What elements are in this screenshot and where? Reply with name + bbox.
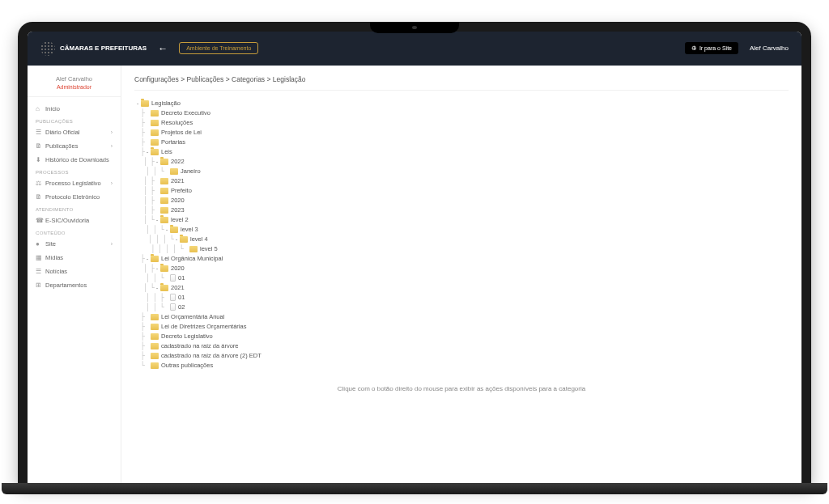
tree-node[interactable]: ├ Resoluções bbox=[134, 118, 789, 128]
tree-node-label[interactable]: Janeiro bbox=[181, 167, 201, 175]
tree-node[interactable]: │ └ -level 2 bbox=[134, 215, 789, 225]
sidebar-item-icon: 🗎 bbox=[36, 193, 42, 201]
sidebar-item[interactable]: ⚖Processo Legislativo› bbox=[28, 176, 121, 190]
tree-node[interactable]: │ │ │ │ └ level 5 bbox=[134, 244, 789, 254]
tree-node[interactable]: ├ Lei Orçamentária Anual bbox=[134, 312, 789, 322]
tree-node-label[interactable]: Lei de Diretrizes Orçamentárias bbox=[161, 323, 246, 330]
folder-icon bbox=[189, 246, 198, 252]
collapse-icon[interactable]: - bbox=[154, 216, 160, 223]
tree-node-label[interactable]: level 5 bbox=[200, 245, 218, 252]
tree-node-label[interactable]: 2020 bbox=[171, 197, 185, 204]
tree-node[interactable]: └ Outras publicações bbox=[134, 361, 789, 371]
help-text: Clique com o botão direito do mouse para… bbox=[134, 382, 789, 396]
folder-icon bbox=[151, 343, 159, 349]
tree-node-label[interactable]: 02 bbox=[178, 303, 185, 311]
tree-node-label[interactable]: Leis bbox=[161, 148, 172, 155]
folder-icon bbox=[151, 120, 159, 126]
tree-node-label[interactable]: 01 bbox=[178, 294, 185, 301]
tree-node[interactable]: ├ cadastrado na raiz da árvore bbox=[134, 341, 789, 351]
sidebar-item[interactable]: ☎E-SIC/Ouvidoria bbox=[28, 214, 121, 227]
tree-node-label[interactable]: 2023 bbox=[171, 206, 185, 214]
tree-node[interactable]: ├ cadastrado na raiz da árvore (2) EDT bbox=[134, 351, 789, 361]
tree-node[interactable]: │ │ └ 02 bbox=[134, 303, 789, 312]
sidebar-item[interactable]: ☰Diário Oficial› bbox=[28, 125, 121, 139]
sidebar-item[interactable]: 🗎Protocolo Eletrônico bbox=[28, 190, 121, 204]
tree-node[interactable]: │ │ ├ 01 bbox=[134, 293, 789, 303]
tree-node[interactable]: │ ├ Prefeito bbox=[134, 186, 789, 196]
sidebar-item[interactable]: 🗎Publicações› bbox=[28, 139, 121, 153]
tree-node-label[interactable]: Legislação bbox=[151, 100, 181, 107]
tree-node-label[interactable]: level 3 bbox=[181, 226, 198, 233]
tree-node-label[interactable]: Decreto Executivo bbox=[161, 109, 210, 116]
tree-node-label[interactable]: Projetos de Lei bbox=[161, 129, 202, 136]
page-icon bbox=[170, 274, 176, 282]
tree-node-label[interactable]: 2020 bbox=[171, 265, 185, 272]
tree-node[interactable]: │ │ └ 01 bbox=[134, 273, 789, 283]
sidebar-item[interactable]: ▦Mídias bbox=[28, 251, 121, 265]
tree-node[interactable]: ├ Lei de Diretrizes Orçamentárias bbox=[134, 322, 789, 332]
back-button[interactable]: ← bbox=[158, 43, 168, 54]
tree-node[interactable]: │ │ │ └ -level 4 bbox=[134, 235, 789, 244]
tree-node[interactable]: ├ -Lei Orgânica Municipal bbox=[134, 254, 789, 264]
tree-node[interactable]: │ └ -2021 bbox=[134, 283, 789, 293]
sidebar-item-icon: ● bbox=[36, 240, 42, 248]
tree-node-label[interactable]: 2021 bbox=[171, 284, 185, 291]
folder-icon bbox=[160, 265, 168, 272]
folder-icon bbox=[160, 285, 168, 291]
tree-node-label[interactable]: Portarias bbox=[161, 138, 185, 146]
sidebar-item[interactable]: ●Site› bbox=[28, 237, 121, 251]
collapse-icon[interactable]: - bbox=[173, 235, 180, 243]
collapse-icon[interactable]: - bbox=[154, 284, 160, 291]
topbar-user[interactable]: Alef Carvalho bbox=[750, 44, 789, 52]
sidebar-item[interactable]: ⌂Início bbox=[28, 102, 121, 116]
tree-node[interactable]: │ ├ 2020 bbox=[134, 196, 789, 205]
tree-node[interactable]: ├ Projetos de Lei bbox=[134, 128, 789, 138]
sidebar-item-label: Mídias bbox=[45, 254, 63, 261]
collapse-icon[interactable]: - bbox=[154, 265, 160, 272]
folder-icon bbox=[151, 129, 159, 136]
sidebar-item-label: Processo Legislativo bbox=[45, 180, 101, 187]
tree-node-label[interactable]: 01 bbox=[178, 274, 185, 282]
tree-node-label[interactable]: level 2 bbox=[171, 216, 189, 223]
sidebar-item-label: Protocolo Eletrônico bbox=[45, 193, 100, 201]
folder-icon bbox=[170, 227, 178, 233]
tree-node-label[interactable]: level 4 bbox=[190, 235, 208, 243]
collapse-icon[interactable]: - bbox=[164, 226, 170, 233]
folder-icon bbox=[160, 178, 168, 184]
tree-node-label[interactable]: 2022 bbox=[171, 158, 185, 165]
folder-icon bbox=[180, 236, 188, 243]
content-area: Alef Carvalho Administrador ⌂InícioPubli… bbox=[28, 66, 801, 483]
tree-node-label[interactable]: cadastrado na raiz da árvore bbox=[161, 342, 238, 349]
tree-node-label[interactable]: Prefeito bbox=[171, 187, 192, 194]
tree-node[interactable]: ├ -Leis bbox=[134, 147, 789, 157]
collapse-icon[interactable]: - bbox=[144, 148, 151, 155]
collapse-icon[interactable]: - bbox=[154, 158, 160, 165]
tree-node-label[interactable]: Decreto Legislativo bbox=[161, 332, 213, 340]
tree-node[interactable]: ├ Decreto Legislativo bbox=[134, 332, 789, 341]
sidebar-item[interactable]: ⬇Histórico de Downloads bbox=[28, 153, 121, 167]
folder-icon bbox=[160, 207, 168, 214]
tree-node[interactable]: -Legislação bbox=[134, 99, 789, 108]
tree-node[interactable]: │ ├ -2022 bbox=[134, 157, 789, 167]
tree-node[interactable]: │ │ └ Janeiro bbox=[134, 167, 789, 176]
tree-node[interactable]: ├ Portarias bbox=[134, 138, 789, 147]
logo[interactable]: CÂMARAS E PREFEITURAS bbox=[40, 41, 147, 56]
tree-node-label[interactable]: 2021 bbox=[171, 177, 185, 184]
collapse-icon[interactable]: - bbox=[144, 255, 151, 262]
sidebar-item[interactable]: ⊞Departamentos bbox=[28, 278, 121, 292]
tree-node-label[interactable]: Resoluções bbox=[161, 119, 193, 126]
tree-node[interactable]: ├ Decreto Executivo bbox=[134, 108, 789, 118]
sidebar-item[interactable]: ☰Notícias bbox=[28, 265, 121, 278]
tree-node[interactable]: │ ├ -2020 bbox=[134, 264, 789, 273]
collapse-icon[interactable]: - bbox=[134, 100, 141, 107]
tree-node-label[interactable]: Lei Orgânica Municipal bbox=[161, 255, 223, 262]
tree-node[interactable]: │ ├ 2023 bbox=[134, 205, 789, 215]
goto-site-button[interactable]: Ir para o Site bbox=[685, 42, 738, 54]
folder-icon bbox=[151, 324, 159, 330]
tree-node[interactable]: │ ├ 2021 bbox=[134, 176, 789, 186]
tree-node[interactable]: │ │ └ -level 3 bbox=[134, 225, 789, 235]
sidebar-item-label: Diário Oficial bbox=[45, 129, 80, 136]
tree-node-label[interactable]: cadastrado na raiz da árvore (2) EDT bbox=[161, 352, 261, 359]
tree-node-label[interactable]: Lei Orçamentária Anual bbox=[161, 313, 224, 320]
tree-node-label[interactable]: Outras publicações bbox=[161, 362, 213, 369]
